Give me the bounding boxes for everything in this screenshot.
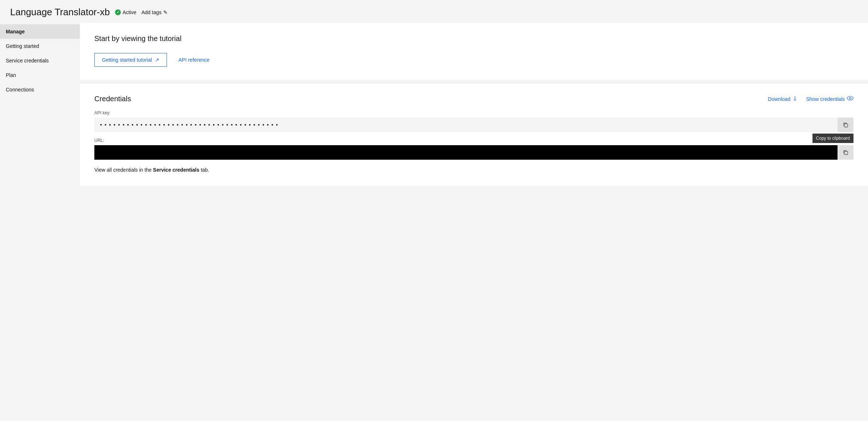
api-reference-link[interactable]: API reference (179, 57, 210, 63)
main-content: Start by viewing the tutorial Getting st… (80, 23, 868, 418)
show-credentials-label: Show credentials (806, 96, 845, 102)
svg-rect-2 (844, 151, 848, 155)
download-link[interactable]: Download ⇩ (768, 95, 797, 102)
eye-icon (847, 96, 853, 102)
api-key-label: API key: (94, 110, 853, 115)
sidebar-item-getting-started[interactable]: Getting started (0, 39, 80, 53)
tutorial-card: Start by viewing the tutorial Getting st… (80, 23, 868, 80)
page-header: Language Translator-xb Active Add tags ✎ (0, 0, 868, 23)
url-label: URL: (94, 138, 853, 143)
download-icon: ⇩ (793, 95, 797, 102)
active-status-label: Active (123, 9, 136, 15)
url-field-wrapper (94, 145, 853, 160)
copy-icon (843, 122, 848, 128)
sidebar-item-service-credentials[interactable]: Service credentials (0, 53, 80, 68)
url-copy-button[interactable] (838, 145, 853, 160)
view-all-credentials-text: View all credentials in the Service cred… (94, 167, 853, 173)
credentials-title: Credentials (94, 95, 131, 103)
tutorial-links-row: Getting started tutorial ↗ API reference (94, 53, 853, 67)
sidebar-item-manage[interactable]: Manage (0, 24, 80, 39)
edit-icon: ✎ (163, 9, 168, 15)
view-all-suffix: tab. (199, 167, 209, 173)
sidebar: Manage Getting started Service credentia… (0, 23, 80, 418)
download-label: Download (768, 96, 790, 102)
main-layout: Manage Getting started Service credentia… (0, 23, 868, 418)
svg-point-0 (849, 97, 851, 99)
getting-started-tutorial-button[interactable]: Getting started tutorial ↗ (94, 53, 167, 67)
credentials-header: Credentials Download ⇩ Show credentials (94, 95, 853, 103)
api-key-field-wrapper: Copy to clipboard (94, 118, 853, 132)
add-tags-label: Add tags (142, 9, 161, 15)
api-key-copy-button[interactable]: Copy to clipboard (838, 118, 853, 132)
tutorial-btn-label: Getting started tutorial (102, 57, 152, 63)
url-input[interactable] (94, 145, 838, 160)
credentials-section: Credentials Download ⇩ Show credentials (80, 83, 868, 186)
service-credentials-link[interactable]: Service credentials (153, 167, 200, 173)
show-credentials-link[interactable]: Show credentials (806, 96, 853, 102)
active-dot-icon (115, 9, 121, 15)
active-badge: Active (115, 9, 136, 15)
view-all-prefix: View all credentials in the (94, 167, 153, 173)
credentials-actions: Download ⇩ Show credentials (768, 95, 853, 102)
api-key-input[interactable] (94, 118, 838, 132)
sidebar-item-plan[interactable]: Plan (0, 68, 80, 82)
page-title: Language Translator-xb (10, 7, 110, 18)
sidebar-item-connections[interactable]: Connections (0, 82, 80, 97)
svg-rect-1 (844, 124, 848, 127)
add-tags-button[interactable]: Add tags ✎ (142, 9, 168, 15)
external-link-icon: ↗ (155, 57, 159, 63)
url-copy-icon (843, 150, 848, 155)
tutorial-card-title: Start by viewing the tutorial (94, 34, 853, 43)
